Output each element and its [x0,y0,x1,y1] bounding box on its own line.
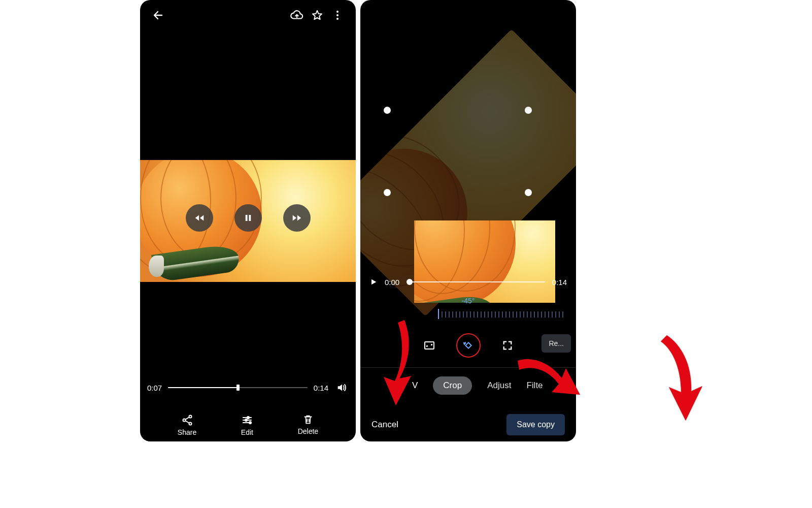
tab-adjust[interactable]: Adjust [487,380,511,391]
svg-rect-11 [425,342,434,349]
editor-tabs: V Crop Adjust Filte [360,374,576,397]
rewind-icon [194,212,205,224]
more-vert-icon [331,9,344,21]
rewind-button[interactable] [186,204,213,232]
crop-handle-bottom-right[interactable] [525,189,532,196]
play-icon[interactable] [369,278,378,286]
arrow-left-icon [152,9,164,21]
rotate-button[interactable] [456,333,481,358]
crop-area[interactable] [387,110,528,193]
rotation-angle-label: -45° [360,297,576,305]
cancel-button[interactable]: Cancel [371,420,398,430]
screenshot-right-crop-editor: 0:00 0:14 -45° Re... V Crop Adjust Filte… [360,0,576,441]
tab-filters-truncated[interactable]: Filte [526,380,543,391]
tab-crop[interactable]: Crop [433,376,472,395]
seek-track[interactable] [168,387,308,388]
svg-point-8 [247,417,249,419]
svg-rect-4 [249,215,251,221]
elapsed-time: 0:07 [147,384,162,392]
bottom-action-bar: Share Edit Delete [140,414,356,436]
delete-button[interactable]: Delete [298,414,318,436]
crop-handle-top-left[interactable] [384,107,391,114]
volume-button[interactable] [334,377,349,398]
forward-icon [291,212,302,224]
crop-handle-top-right[interactable] [525,107,532,114]
svg-rect-12 [465,342,471,348]
rotate-icon [462,339,475,352]
favorite-button[interactable] [307,5,327,25]
cloud-upload-button[interactable] [287,5,307,25]
svg-point-1 [336,14,339,16]
svg-point-2 [336,18,339,20]
tune-icon [241,414,253,426]
reset-button[interactable]: Re... [542,334,571,353]
share-button[interactable]: Share [178,414,196,436]
share-label: Share [178,428,196,436]
volume-icon [336,382,347,393]
playback-controls [140,204,356,232]
expand-button[interactable] [498,336,517,355]
seek-bar: 0:07 0:14 [140,377,356,398]
annotation-arrow-save [658,335,708,422]
editor-elapsed: 0:00 [385,278,399,287]
crop-handle-bottom-left[interactable] [384,189,391,196]
svg-point-0 [336,11,339,13]
trash-icon [302,414,314,425]
screenshot-left-player: 0:07 0:14 Share Edit Delete [140,0,356,441]
editor-duration: 0:14 [552,278,567,287]
svg-point-9 [245,419,247,421]
svg-rect-3 [245,215,247,221]
expand-icon [502,340,513,351]
rotation-ruler[interactable] [360,309,576,323]
save-copy-button[interactable]: Save copy [506,414,565,435]
svg-point-10 [249,422,251,424]
edit-button[interactable]: Edit [241,414,253,436]
share-icon [181,414,193,426]
divider [360,367,576,368]
tab-video-truncated[interactable]: V [412,380,418,391]
editor-seek-bar: 0:00 0:14 [360,274,576,290]
cloud-upload-icon [290,9,303,22]
forward-button[interactable] [283,204,311,232]
pause-button[interactable] [234,204,262,232]
reset-label: Re... [549,339,564,347]
star-icon [311,9,323,21]
editor-bottom-bar: Cancel Save copy [360,414,576,435]
edit-label: Edit [241,428,253,436]
total-duration: 0:14 [314,384,328,392]
editor-track[interactable] [407,281,545,282]
delete-label: Delete [298,427,318,435]
aspect-ratio-icon [423,339,435,352]
back-button[interactable] [148,5,168,25]
topbar [140,0,356,30]
overflow-menu-button[interactable] [327,5,348,25]
aspect-ratio-button[interactable] [420,336,439,355]
pause-icon [244,213,253,223]
